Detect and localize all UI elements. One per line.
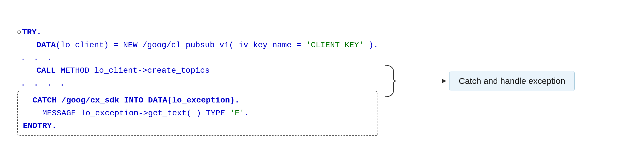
try-keyword: TRY. xyxy=(22,26,41,39)
h-arrow xyxy=(396,79,446,83)
catch-box: CATCH /goog/cx_sdk INTO DATA(lo_exceptio… xyxy=(17,91,378,136)
endtry-keyword: ENDTRY. xyxy=(23,120,57,133)
call-rest: lo_client->create_topics xyxy=(89,64,210,77)
bracket-svg xyxy=(382,64,396,98)
try-line: ⊖ TRY. xyxy=(17,26,378,39)
call-method: METHOD xyxy=(56,64,89,77)
catch-label-box: Catch and handle exception xyxy=(449,71,575,91)
message-string: 'E' xyxy=(230,107,244,120)
arrowhead xyxy=(442,79,446,83)
arrow-shaft xyxy=(396,81,442,81)
message-end: . xyxy=(244,107,249,120)
code-block: ⊖ TRY. DATA (lo_client) = NEW /goog/cl_p… xyxy=(17,26,378,136)
client-key-string: 'CLIENT_KEY' xyxy=(306,39,364,52)
main-container: ⊖ TRY. DATA (lo_client) = NEW /goog/cl_p… xyxy=(0,17,644,145)
catch-line: CATCH /goog/cx_sdk INTO DATA(lo_exceptio… xyxy=(23,94,372,107)
data-rest: (lo_client) = NEW /goog/cl_pubsub_v1( iv… xyxy=(56,39,306,52)
data-line: DATA (lo_client) = NEW /goog/cl_pubsub_v… xyxy=(17,39,378,52)
call-keyword: CALL xyxy=(36,64,56,77)
collapse-icon[interactable]: ⊖ xyxy=(17,27,21,37)
call-line: CALL METHOD lo_client->create_topics xyxy=(17,64,378,77)
data-indent xyxy=(17,39,36,52)
data-end: ). xyxy=(364,39,378,52)
dots2: . . . . xyxy=(17,77,378,90)
message-text: MESSAGE lo_exception->get_text( ) TYPE xyxy=(23,107,230,120)
message-line: MESSAGE lo_exception->get_text( ) TYPE '… xyxy=(23,107,372,120)
arrow-connector: Catch and handle exception xyxy=(382,64,575,98)
dots1: . . . xyxy=(17,52,378,64)
call-indent xyxy=(17,64,36,77)
catch-keyword: CATCH /goog/cx_sdk INTO DATA(lo_exceptio… xyxy=(23,94,239,107)
endtry-line: ENDTRY. xyxy=(23,120,372,133)
catch-label-text: Catch and handle exception xyxy=(459,76,565,86)
data-keyword: DATA xyxy=(36,39,56,52)
